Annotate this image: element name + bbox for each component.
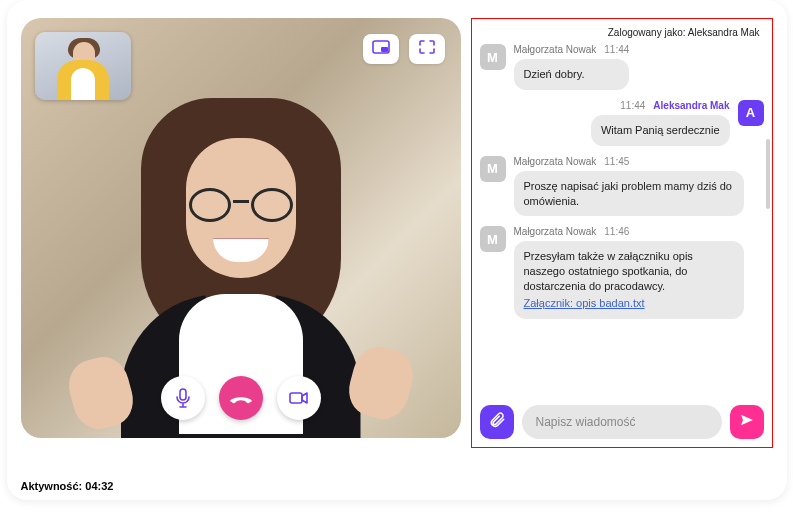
activity-label: Aktywność: 04:32	[21, 480, 114, 492]
message-row: M Małgorzata Nowak 11:46 Przesyłam także…	[480, 226, 764, 318]
message-time: 11:44	[620, 100, 645, 111]
message-text: Dzień dobry.	[524, 68, 585, 80]
message-row: M Małgorzata Nowak 11:44 Dzień dobry.	[480, 44, 764, 90]
message-text: Proszę napisać jaki problem mamy dziś do…	[524, 180, 732, 207]
svg-rect-3	[290, 393, 302, 403]
logged-as-user: Aleksandra Mak	[688, 27, 760, 38]
end-call-button[interactable]	[219, 376, 263, 420]
microphone-icon	[174, 388, 192, 408]
message-column: Małgorzata Nowak 11:46 Przesyłam także w…	[514, 226, 744, 318]
message-bubble: Proszę napisać jaki problem mamy dziś do…	[514, 171, 744, 217]
microphone-button[interactable]	[161, 376, 205, 420]
self-view-thumbnail[interactable]	[35, 32, 131, 100]
sender-name: Aleksandra Mak	[653, 100, 729, 111]
attach-button[interactable]	[480, 405, 514, 439]
svg-rect-2	[180, 389, 186, 400]
logged-as-label: Zalogowany jako: Aleksandra Mak	[480, 25, 764, 44]
sender-name: Małgorzata Nowak	[514, 226, 597, 237]
svg-rect-1	[381, 47, 388, 52]
messages-list: M Małgorzata Nowak 11:44 Dzień dobry. A	[480, 44, 764, 397]
message-column: 11:44 Aleksandra Mak Witam Panią serdecz…	[591, 100, 730, 146]
avatar: M	[480, 226, 506, 252]
message-bubble: Dzień dobry.	[514, 59, 630, 90]
message-time: 11:45	[604, 156, 629, 167]
chat-panel: Zalogowany jako: Aleksandra Mak M Małgor…	[471, 18, 773, 448]
message-time: 11:46	[604, 226, 629, 237]
pip-button[interactable]	[363, 34, 399, 64]
message-column: Małgorzata Nowak 11:45 Proszę napisać ja…	[514, 156, 744, 217]
paperclip-icon	[488, 411, 506, 433]
message-time: 11:44	[604, 44, 629, 55]
chat-scrollbar[interactable]	[766, 139, 770, 209]
fullscreen-icon	[419, 40, 435, 58]
message-bubble: Witam Panią serdecznie	[591, 115, 730, 146]
message-column: Małgorzata Nowak 11:44 Dzień dobry.	[514, 44, 630, 90]
message-meta: 11:44 Aleksandra Mak	[620, 100, 729, 111]
send-button[interactable]	[730, 405, 764, 439]
message-text: Przesyłam także w załączniku opis naszeg…	[524, 250, 693, 292]
video-top-controls	[363, 34, 445, 64]
message-text: Witam Panią serdecznie	[601, 124, 720, 136]
message-meta: Małgorzata Nowak 11:45	[514, 156, 744, 167]
hangup-icon	[228, 392, 254, 404]
pip-icon	[372, 40, 390, 58]
message-composer	[480, 397, 764, 439]
message-bubble: Przesyłam także w załączniku opis naszeg…	[514, 241, 744, 318]
app-window: Zalogowany jako: Aleksandra Mak M Małgor…	[7, 0, 787, 500]
send-icon	[739, 412, 755, 432]
camera-icon	[289, 391, 309, 405]
avatar: M	[480, 44, 506, 70]
logged-as-prefix: Zalogowany jako:	[608, 27, 686, 38]
message-input[interactable]	[522, 405, 722, 439]
message-meta: Małgorzata Nowak 11:44	[514, 44, 630, 55]
message-row: A 11:44 Aleksandra Mak Witam Panią serde…	[480, 100, 764, 146]
avatar: M	[480, 156, 506, 182]
attachment-link[interactable]: Załącznik: opis badan.txt	[524, 296, 734, 311]
camera-button[interactable]	[277, 376, 321, 420]
message-meta: Małgorzata Nowak 11:46	[514, 226, 744, 237]
sender-name: Małgorzata Nowak	[514, 156, 597, 167]
fullscreen-button[interactable]	[409, 34, 445, 64]
sender-name: Małgorzata Nowak	[514, 44, 597, 55]
avatar: A	[738, 100, 764, 126]
video-panel	[21, 18, 461, 438]
call-controls	[161, 376, 321, 420]
message-row: M Małgorzata Nowak 11:45 Proszę napisać …	[480, 156, 764, 217]
content-row: Zalogowany jako: Aleksandra Mak M Małgor…	[7, 0, 787, 500]
